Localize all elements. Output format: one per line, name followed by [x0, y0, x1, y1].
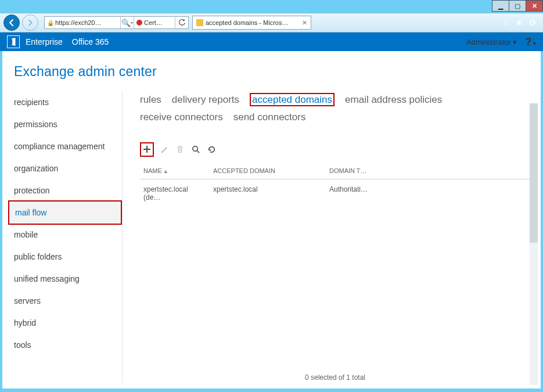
- window-minimize-button[interactable]: ▁: [492, 0, 509, 12]
- scrollbar[interactable]: [530, 103, 538, 385]
- table-row[interactable]: xpertstec.local (de…xpertstec.localAutho…: [140, 179, 530, 208]
- search-icon: [192, 145, 200, 154]
- tab-title: accepted domains - Micros…: [206, 19, 288, 26]
- table-status: 0 selected of 1 total: [140, 369, 530, 383]
- scrollbar-thumb[interactable]: [530, 103, 538, 243]
- browser-right-icons: ⌂ ★ ⚙: [504, 17, 540, 28]
- favicon-icon: [196, 19, 203, 26]
- cell-domain: xpertstec.local: [210, 179, 326, 208]
- nav-item-unified-messaging[interactable]: unified messaging: [8, 268, 122, 290]
- sort-asc-icon: ▲: [163, 168, 168, 174]
- window-titlebar: ▁ ▢ ✕: [0, 0, 543, 13]
- address-text: https://exch20…: [55, 19, 102, 26]
- nav-item-recipients[interactable]: recipients: [8, 91, 122, 113]
- minimize-icon: ▁: [498, 2, 503, 10]
- header-office365-link[interactable]: Office 365: [72, 37, 109, 46]
- favorites-icon[interactable]: ★: [515, 17, 523, 28]
- svg-point-0: [192, 146, 197, 151]
- tab-rules[interactable]: rules: [140, 94, 161, 105]
- browser-toolbar: 🔒 https://exch20… 🔍▾ Cert… accepted doma…: [0, 13, 543, 33]
- browser-tab[interactable]: accepted domains - Micros… ✕: [192, 16, 311, 30]
- lock-icon: 🔒: [47, 20, 54, 26]
- plus-icon: [143, 145, 151, 153]
- refresh-icon: [207, 145, 216, 154]
- arrow-left-icon: [8, 19, 16, 27]
- window-close-button[interactable]: ✕: [526, 0, 543, 12]
- delete-button[interactable]: [175, 145, 185, 155]
- subnav-tabs-row2: receive connectorssend connectors: [140, 109, 530, 126]
- page-title: Exchange admin center: [14, 64, 530, 80]
- tab-close-icon[interactable]: ✕: [302, 19, 307, 27]
- tab-accepted-domains[interactable]: accepted domains: [250, 93, 335, 106]
- cert-error-tab[interactable]: Cert…: [134, 19, 175, 26]
- main-area: Exchange admin center recipientspermissi…: [2, 51, 541, 389]
- col-domain[interactable]: ACCEPTED DOMAIN: [210, 163, 326, 179]
- refresh-button[interactable]: [206, 145, 217, 155]
- nav-item-hybrid[interactable]: hybrid: [8, 312, 122, 334]
- col-spacer: [371, 163, 530, 179]
- tab-receive-connectors[interactable]: receive connectors: [140, 112, 223, 123]
- tab-email-address-policies[interactable]: email address policies: [345, 94, 442, 105]
- trash-icon: [176, 145, 184, 154]
- nav-forward-button[interactable]: [22, 15, 38, 31]
- cert-error-icon: [136, 20, 142, 26]
- address-search-button[interactable]: 🔍▾: [121, 19, 134, 27]
- add-button[interactable]: [142, 144, 152, 154]
- address-bar[interactable]: 🔒 https://exch20… 🔍▾ Cert…: [44, 16, 189, 29]
- header-admin-menu[interactable]: Administrator ▾: [466, 38, 517, 46]
- nav-item-public-folders[interactable]: public folders: [8, 246, 122, 268]
- nav-item-mail-flow[interactable]: mail flow: [8, 200, 122, 225]
- subnav-tabs-row1: rulesdelivery reportsaccepted domainsema…: [140, 91, 530, 109]
- home-icon[interactable]: ⌂: [504, 17, 509, 28]
- edit-button[interactable]: [159, 145, 170, 155]
- nav-item-compliance-management[interactable]: compliance management: [8, 135, 122, 157]
- nav-back-button[interactable]: [3, 15, 20, 31]
- toolbar: [140, 142, 530, 157]
- domains-table: NAME▲ ACCEPTED DOMAIN DOMAIN T… xpertste…: [140, 163, 530, 207]
- col-type[interactable]: DOMAIN T…: [326, 163, 371, 179]
- nav-item-servers[interactable]: servers: [8, 290, 122, 312]
- nav-item-organization[interactable]: organization: [8, 157, 122, 179]
- nav-item-permissions[interactable]: permissions: [8, 113, 122, 135]
- content-area: rulesdelivery reportsaccepted domainsema…: [122, 91, 530, 383]
- app-header: Enterprise Office 365 Administrator ▾ ? …: [0, 33, 543, 51]
- settings-gear-icon[interactable]: ⚙: [528, 17, 536, 28]
- arrow-right-icon: [27, 19, 34, 26]
- tab-send-connectors[interactable]: send connectors: [233, 112, 306, 123]
- table-header-row: NAME▲ ACCEPTED DOMAIN DOMAIN T…: [140, 163, 530, 179]
- cell-name: xpertstec.local (de…: [140, 179, 210, 208]
- cert-label: Cert…: [144, 19, 163, 26]
- nav-item-mobile[interactable]: mobile: [8, 224, 122, 246]
- address-refresh-button[interactable]: [175, 19, 188, 27]
- cell-type: Authoritati…: [326, 179, 371, 208]
- pencil-icon: [160, 145, 169, 154]
- address-url: 🔒 https://exch20…: [45, 19, 120, 26]
- window-maximize-button[interactable]: ▢: [509, 0, 526, 12]
- maximize-icon: ▢: [515, 2, 520, 10]
- header-enterprise-link[interactable]: Enterprise: [26, 37, 63, 46]
- nav-item-tools[interactable]: tools: [8, 334, 122, 356]
- close-icon: ✕: [532, 2, 537, 10]
- search-icon: 🔍: [121, 19, 131, 27]
- col-name[interactable]: NAME▲: [140, 163, 210, 179]
- nav-item-protection[interactable]: protection: [8, 179, 122, 202]
- header-help-menu[interactable]: ? ▾: [525, 36, 536, 48]
- search-button[interactable]: [190, 145, 201, 155]
- office-logo-icon[interactable]: [7, 35, 20, 48]
- tab-delivery-reports[interactable]: delivery reports: [172, 94, 239, 105]
- refresh-icon: [178, 19, 186, 27]
- left-nav: recipientspermissionscompliance manageme…: [8, 91, 122, 383]
